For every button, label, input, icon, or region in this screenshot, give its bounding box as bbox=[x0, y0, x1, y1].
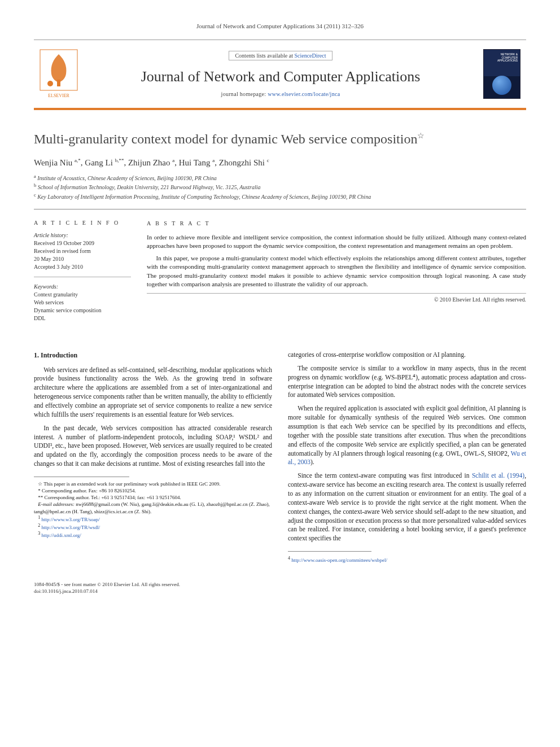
banner-center: Contents lists available at ScienceDirec… bbox=[84, 40, 478, 108]
svg-text:ELSEVIER: ELSEVIER bbox=[48, 93, 69, 98]
running-head: Journal of Network and Computer Applicat… bbox=[34, 23, 526, 29]
journal-homepage: journal homepage: www.elsevier.com/locat… bbox=[221, 91, 340, 97]
affiliations: a Institute of Acoustics, Chinese Academ… bbox=[34, 173, 526, 201]
body-paragraph: Since the term context-aware computing w… bbox=[288, 471, 526, 543]
history-line: 20 May 2010 bbox=[34, 255, 131, 263]
affiliation-line: a Institute of Acoustics, Chinese Academ… bbox=[34, 173, 526, 182]
elsevier-logo: ELSEVIER bbox=[34, 40, 84, 108]
affiliation-line: b School of Information Technology, Deak… bbox=[34, 182, 526, 191]
svg-rect-1 bbox=[57, 80, 60, 86]
abstract-paragraph: In order to achieve more flexible and in… bbox=[147, 233, 526, 251]
footnote-link-wsbpel[interactable]: http://www.oasis-open.org/committees/wsb… bbox=[291, 557, 387, 563]
body-paragraph: categories of cross-enterprise workflow … bbox=[288, 351, 526, 360]
contents-prefix: Contents lists available at bbox=[235, 53, 294, 59]
history-label: Article history: bbox=[34, 231, 131, 239]
keyword: Web services bbox=[34, 299, 131, 307]
page-footer: 1084-8045/$ - see front matter © 2010 El… bbox=[34, 581, 526, 595]
history-line: Received 19 October 2009 bbox=[34, 239, 131, 247]
footnote-3: 3 http://uddi.xml.org/ bbox=[34, 531, 272, 539]
footnote-star: ☆ This paper is an extended work for our… bbox=[34, 480, 272, 487]
front-matter-line: 1084-8045/$ - see front matter © 2010 El… bbox=[34, 581, 526, 588]
footnote-separator bbox=[34, 477, 129, 477]
journal-cover-thumbnail: NETWORK & COMPUTER APPLICATIONS bbox=[478, 40, 526, 108]
homepage-prefix: journal homepage: bbox=[221, 91, 268, 97]
sciencedirect-link[interactable]: ScienceDirect bbox=[294, 53, 326, 59]
footnote-link-soap[interactable]: http://www.w3.org/TR/soap/ bbox=[41, 517, 99, 522]
keyword: DDL bbox=[34, 314, 131, 322]
abstract-paragraph: In this paper, we propose a multi-granul… bbox=[147, 254, 526, 289]
footnote-emails: E-mail addresses: nwj6688@gmail.com (W. … bbox=[34, 501, 272, 514]
emails-label: E-mail addresses: bbox=[38, 501, 75, 507]
article-info: A R T I C L E I N F O Article history: R… bbox=[34, 220, 147, 334]
footnote-separator-right bbox=[288, 551, 371, 552]
abstract-heading: A B S T R A C T bbox=[147, 220, 526, 228]
contents-available: Contents lists available at ScienceDirec… bbox=[229, 51, 332, 60]
article-info-heading: A R T I C L E I N F O bbox=[34, 220, 131, 226]
abstract-copyright: © 2010 Elsevier Ltd. All rights reserved… bbox=[147, 293, 526, 304]
footnote-1: 1 http://www.w3.org/TR/soap/ bbox=[34, 515, 272, 523]
doi-line: doi:10.1016/j.jnca.2010.07.014 bbox=[34, 588, 526, 595]
body-paragraph: Web services are defined as self-contain… bbox=[34, 366, 272, 420]
footnote-link-wsdl[interactable]: http://www.w3.org/TR/wsdl/ bbox=[41, 525, 100, 530]
footnote-2: 2 http://www.w3.org/TR/wsdl/ bbox=[34, 523, 272, 531]
article-title: Multi-granularity context model for dyna… bbox=[34, 130, 526, 147]
homepage-link[interactable]: www.elsevier.com/locate/jnca bbox=[268, 91, 340, 97]
globe-icon bbox=[492, 76, 511, 95]
author-list: Wenjia Niu a,*, Gang Li b,**, Zhijun Zha… bbox=[34, 158, 526, 168]
footnote-corr1: * Corresponding author. Fax: +86 10 8261… bbox=[34, 487, 272, 494]
title-text: Multi-granularity context model for dyna… bbox=[34, 132, 417, 146]
footnotes-left: ☆ This paper is an extended work for our… bbox=[34, 480, 272, 539]
body-paragraph: The composite service is similar to a wo… bbox=[288, 364, 526, 400]
article-body: 1. Introduction Web services are defined… bbox=[34, 351, 526, 564]
history-line: Accepted 3 July 2010 bbox=[34, 263, 131, 271]
history-line: Received in revised form bbox=[34, 247, 131, 255]
section-heading-introduction: 1. Introduction bbox=[34, 351, 272, 360]
journal-name: Journal of Network and Computer Applicat… bbox=[141, 68, 421, 85]
footnote-link-uddi[interactable]: http://uddi.xml.org/ bbox=[41, 532, 81, 538]
keyword: Dynamic service composition bbox=[34, 307, 131, 314]
info-abstract-row: A R T I C L E I N F O Article history: R… bbox=[34, 209, 526, 334]
page: Journal of Network and Computer Applicat… bbox=[0, 0, 560, 747]
citation-link[interactable]: Schilit et al. (1994) bbox=[472, 472, 524, 479]
affiliation-line: c Key Laboratory of Intelligent Informat… bbox=[34, 192, 526, 201]
keyword: Context granularity bbox=[34, 291, 131, 299]
title-note-mark: ☆ bbox=[417, 132, 425, 140]
journal-banner: ELSEVIER Contents lists available at Sci… bbox=[34, 40, 526, 110]
elsevier-tree-icon: ELSEVIER bbox=[39, 49, 78, 99]
cover-label: NETWORK & COMPUTER APPLICATIONS bbox=[486, 53, 518, 63]
citation-link[interactable]: Wu et al., 2003 bbox=[288, 450, 526, 466]
keywords-block: Keywords: Context granularityWeb service… bbox=[34, 283, 131, 328]
footnote-corr2: ** Corresponding author. Tel.: +61 3 925… bbox=[34, 494, 272, 501]
body-paragraph: When the required application is associa… bbox=[288, 404, 526, 467]
svg-point-2 bbox=[47, 81, 53, 86]
body-paragraph: In the past decade, Web services composi… bbox=[34, 424, 272, 469]
abstract: A B S T R A C T In order to achieve more… bbox=[147, 220, 526, 334]
article-history: Article history: Received 19 October 200… bbox=[34, 231, 131, 277]
footnote-4: 4 http://www.oasis-open.org/committees/w… bbox=[288, 555, 526, 563]
keywords-label: Keywords: bbox=[34, 283, 131, 291]
